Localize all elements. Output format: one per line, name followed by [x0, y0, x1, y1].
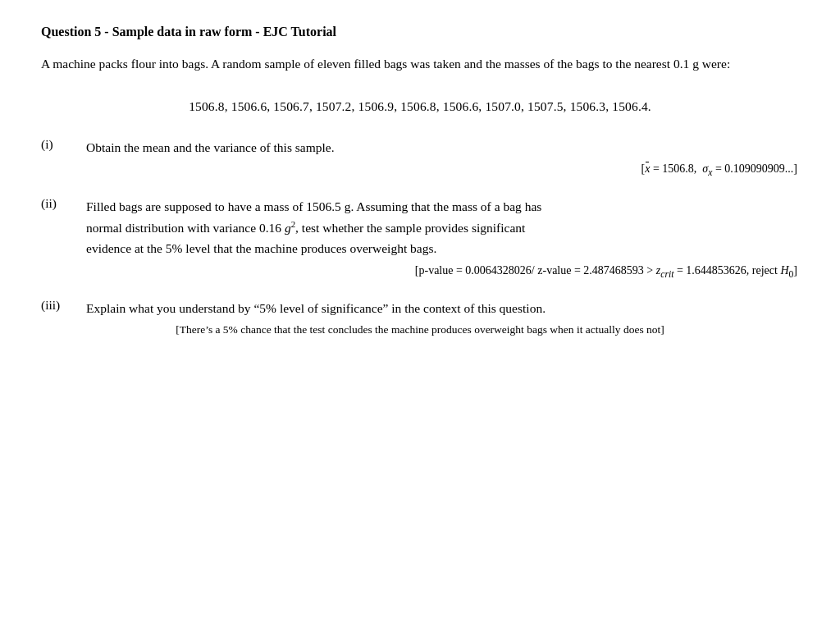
- part-ii: (ii) Filled bags are supposed to have a …: [41, 196, 799, 280]
- part-iii-question: Explain what you understand by “5% level…: [86, 298, 799, 319]
- intro-text: A machine packs flour into bags. A rando…: [41, 54, 799, 75]
- part-ii-line2: normal distribution with variance 0.16 g…: [86, 221, 525, 235]
- part-iii-label: (iii): [41, 298, 86, 313]
- sigma-symbol: σx: [702, 162, 712, 175]
- data-values: 1506.8, 1506.6, 1506.7, 1507.2, 1506.9, …: [41, 99, 799, 114]
- zcrit-symbol: zcrit: [656, 264, 674, 277]
- part-ii-label: (ii): [41, 196, 86, 211]
- part-ii-line3: evidence at the 5% level that the machin…: [86, 241, 436, 255]
- part-i-question: Obtain the mean and the variance of this…: [86, 137, 799, 158]
- x-bar-symbol: x: [645, 162, 650, 175]
- part-ii-question: Filled bags are supposed to have a mass …: [86, 196, 799, 259]
- part-ii-answer: [p-value = 0.0064328026/ z-value = 2.487…: [41, 264, 799, 280]
- part-ii-line1: Filled bags are supposed to have a mass …: [86, 199, 541, 213]
- part-i-label: (i): [41, 137, 86, 152]
- part-iii: (iii) Explain what you understand by “5%…: [41, 298, 799, 337]
- part-iii-answer: [There’s a 5% chance that the test concl…: [41, 323, 799, 336]
- h0-symbol: H: [780, 264, 788, 277]
- part-i-answer: [x = 1506.8, σx = 0.109090909...]: [41, 162, 799, 178]
- page-title: Question 5 - Sample data in raw form - E…: [41, 25, 799, 39]
- part-i: (i) Obtain the mean and the variance of …: [41, 137, 799, 178]
